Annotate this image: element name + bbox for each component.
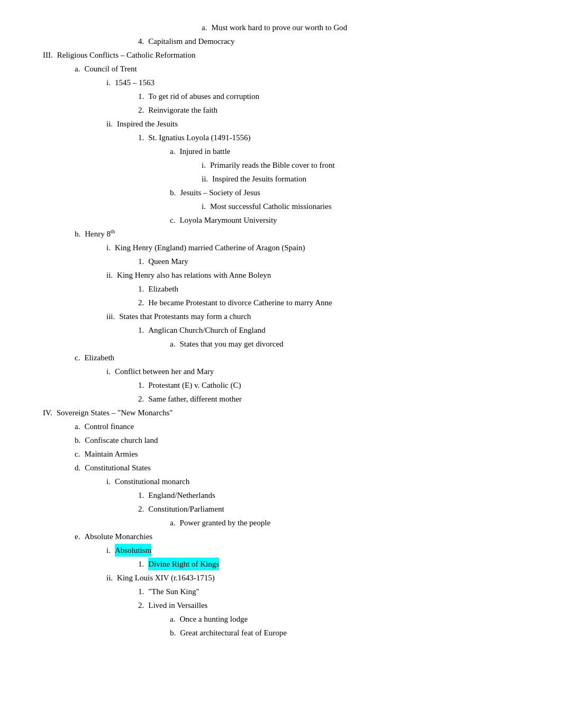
text-henry: Henry 8th bbox=[85, 228, 115, 240]
text-get-rid: To get rid of abuses and corruption bbox=[148, 90, 259, 103]
entry-maintain: c. Maintain Armies bbox=[75, 448, 519, 460]
text-king-louis: King Louis XIV (r.1643-1715) bbox=[117, 571, 215, 584]
entry-injured: a. Injured in battle bbox=[170, 145, 519, 158]
entry-divorced: a. States that you may get divorced bbox=[170, 338, 519, 350]
marker-1-anglican: 1. bbox=[138, 324, 144, 336]
entry-versailles: 2. Lived in Versailles bbox=[138, 599, 519, 612]
marker-a-council: a. bbox=[75, 62, 80, 75]
marker-1-sun: 1. bbox=[138, 585, 144, 598]
text-england-netherlands: England/Netherlands bbox=[148, 489, 215, 502]
text-anglican: Anglican Church/Church of England bbox=[148, 324, 265, 336]
marker-i-conflict: i. bbox=[106, 365, 111, 378]
entry-absolute-monarchies: e. Absolute Monarchies bbox=[75, 530, 519, 543]
entry-roman3: III. Religious Conflicts – Catholic Refo… bbox=[43, 49, 519, 61]
marker-i-1545: i. bbox=[106, 76, 111, 89]
text-1545: 1545 – 1563 bbox=[115, 76, 155, 89]
entry-roman4: IV. Sovereign States – "New Monarchs" bbox=[43, 406, 519, 419]
marker-c-loyola: c. bbox=[170, 214, 175, 226]
marker-1-divine: 1. bbox=[138, 558, 144, 570]
text-divorced: States that you may get divorced bbox=[179, 338, 283, 350]
marker-a-divorced: a. bbox=[170, 338, 175, 350]
entry-hunting-lodge: a. Once a hunting lodge bbox=[170, 613, 519, 625]
marker-1-ignatius: 1. bbox=[138, 131, 144, 144]
marker-a-injured: a. bbox=[170, 145, 175, 158]
entry-power-granted: a. Power granted by the people bbox=[170, 516, 519, 529]
marker-b-henry: b. bbox=[75, 228, 80, 240]
text-inspired-jesuits: Inspired the Jesuits bbox=[117, 117, 178, 130]
text-absolutism: Absolutism bbox=[115, 544, 151, 557]
entry-protestant-divorce: 2. He became Protestant to divorce Cathe… bbox=[138, 296, 519, 309]
marker-d-constitutional: d. bbox=[75, 461, 80, 474]
marker-e-absolute: e. bbox=[75, 530, 80, 543]
text-inspired-formation: Inspired the Jesuits formation bbox=[212, 172, 306, 185]
text-hunting-lodge: Once a hunting lodge bbox=[179, 613, 248, 625]
text-states-church: States that Protestants may form a churc… bbox=[119, 310, 251, 323]
marker-ii-jesuits: ii. bbox=[106, 117, 113, 130]
entry-most-successful: i. Most successful Catholic missionaries bbox=[202, 200, 519, 213]
text-roman4: Sovereign States – "New Monarchs" bbox=[57, 406, 173, 419]
marker-4: 4. bbox=[138, 35, 144, 48]
text-council: Council of Trent bbox=[84, 62, 137, 75]
entry-inspired-formation: ii. Inspired the Jesuits formation bbox=[202, 172, 519, 185]
marker-roman3: III. bbox=[43, 49, 53, 61]
marker-2-constitution: 2. bbox=[138, 503, 144, 515]
entry-anne-boleyn: ii. King Henry also has relations with A… bbox=[106, 269, 519, 281]
marker-ii-formation: ii. bbox=[202, 172, 208, 185]
text-jesuits-society: Jesuits – Society of Jesus bbox=[180, 186, 260, 199]
entry-jesuits-society: b. Jesuits – Society of Jesus bbox=[170, 186, 519, 199]
entry-queen-mary: 1. Queen Mary bbox=[138, 255, 519, 268]
entry-constitutional-states: d. Constitutional States bbox=[75, 461, 519, 474]
entry-confiscate: b. Confiscate church land bbox=[75, 434, 519, 447]
text-constitutional-states: Constitutional States bbox=[85, 461, 151, 474]
marker-iii-states: iii. bbox=[106, 310, 115, 323]
text-primarily: Primarily reads the Bible cover to front bbox=[210, 159, 335, 171]
text-protestant-divorce: He became Protestant to divorce Catherin… bbox=[148, 296, 332, 309]
text-roman3: Religious Conflicts – Catholic Reformati… bbox=[57, 49, 196, 61]
entry-primarily: i. Primarily reads the Bible cover to fr… bbox=[202, 159, 519, 171]
marker-c-maintain: c. bbox=[75, 448, 80, 460]
marker-c-elizabeth: c. bbox=[75, 351, 80, 364]
entry-control-finance: a. Control finance bbox=[75, 420, 519, 433]
text-sun-king: "The Sun King" bbox=[148, 585, 199, 598]
entry-elizabeth-c: c. Elizabeth bbox=[75, 351, 519, 364]
entry-absolutism: i. Absolutism bbox=[106, 544, 519, 557]
entry-council: a. Council of Trent bbox=[75, 62, 519, 75]
entry-conflict-mary: i. Conflict between her and Mary bbox=[106, 365, 519, 378]
marker-i-most: i. bbox=[202, 200, 206, 213]
text-control-finance: Control finance bbox=[84, 420, 134, 433]
marker-ii-anne: ii. bbox=[106, 269, 113, 281]
marker-2-protestant: 2. bbox=[138, 296, 144, 309]
marker-a-once: a. bbox=[170, 613, 175, 625]
text-same-father: Same father, different mother bbox=[148, 393, 242, 405]
text-divine-right: Divine Right of Kings bbox=[148, 558, 219, 570]
entry-capitalism: 4. Capitalism and Democracy bbox=[138, 35, 519, 48]
marker-i-king-henry: i. bbox=[106, 241, 111, 254]
marker-a-sub: a. bbox=[202, 21, 207, 34]
marker-i-constitutional: i. bbox=[106, 475, 111, 488]
entry-must-work: a. Must work hard to prove our worth to … bbox=[202, 21, 519, 34]
marker-1-rid: 1. bbox=[138, 90, 144, 103]
document-outline: { "entries": { "a_sub_1": "Must work har… bbox=[43, 21, 519, 639]
text-elizabeth-1: Elizabeth bbox=[148, 283, 178, 295]
entry-states-church: iii. States that Protestants may form a … bbox=[106, 310, 519, 323]
entry-loyola: c. Loyola Marymount University bbox=[170, 214, 519, 226]
text-constitution-parliament: Constitution/Parliament bbox=[148, 503, 224, 515]
text-king-henry-catherine: King Henry (England) married Catherine o… bbox=[115, 241, 305, 254]
text-versailles: Lived in Versailles bbox=[148, 599, 207, 612]
entry-elizabeth-1: 1. Elizabeth bbox=[138, 283, 519, 295]
marker-1-queen: 1. bbox=[138, 255, 144, 268]
text-most-successful: Most successful Catholic missionaries bbox=[210, 200, 332, 213]
entry-get-rid: 1. To get rid of abuses and corruption bbox=[138, 90, 519, 103]
text-elizabeth-c: Elizabeth bbox=[84, 351, 114, 364]
entry-king-henry-catherine: i. King Henry (England) married Catherin… bbox=[106, 241, 519, 254]
entry-protestant-catholic: 1. Protestant (E) v. Catholic (C) bbox=[138, 379, 519, 392]
text-maintain: Maintain Armies bbox=[84, 448, 138, 460]
entry-england-netherlands: 1. England/Netherlands bbox=[138, 489, 519, 502]
text-capitalism: Capitalism and Democracy bbox=[148, 35, 234, 48]
marker-2-reinvigorate: 2. bbox=[138, 104, 144, 116]
marker-1-protestant-e: 1. bbox=[138, 379, 144, 392]
text-queen-mary: Queen Mary bbox=[148, 255, 188, 268]
entry-same-father: 2. Same father, different mother bbox=[138, 393, 519, 405]
marker-2-versailles: 2. bbox=[138, 599, 144, 612]
text-loyola: Loyola Marymount University bbox=[179, 214, 277, 226]
